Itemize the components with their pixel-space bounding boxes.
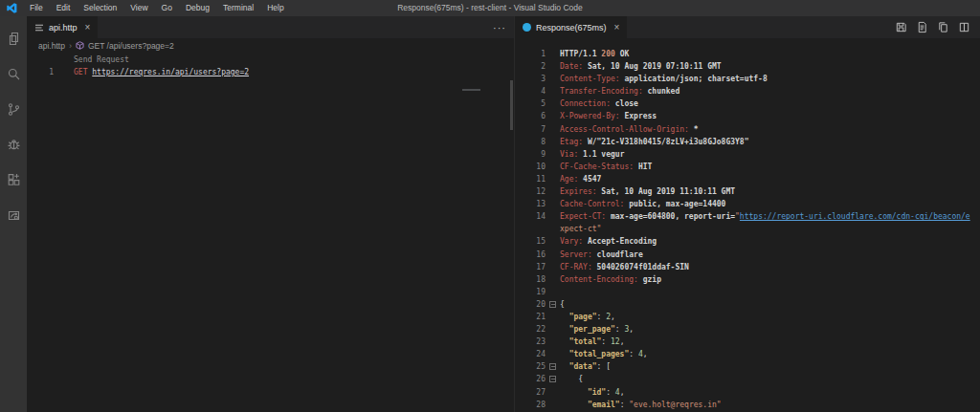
fold-icon[interactable] [546, 360, 560, 373]
split-editor-button[interactable] [958, 21, 970, 33]
line-number: 22 [515, 323, 546, 336]
tab-api-http[interactable]: api.http × [27, 16, 98, 38]
copy-response-button[interactable] [937, 21, 949, 33]
fold-gutter [546, 85, 560, 98]
fold-gutter [546, 136, 560, 148]
minimap [462, 89, 480, 91]
activitybar-search[interactable] [0, 56, 27, 92]
more-actions-icon[interactable]: ··· [493, 22, 506, 33]
line-number: 23 [515, 336, 546, 348]
line-number: 17 [515, 261, 546, 273]
response-line: 18Content-Encoding: gzip [515, 273, 980, 286]
activitybar-source-control[interactable] [0, 92, 27, 127]
response-line: 27 "id": 4, [515, 386, 980, 399]
line-number [515, 223, 546, 235]
response-line: 23 "total": 12, [515, 336, 980, 348]
fold-gutter [546, 323, 560, 336]
menu-file[interactable]: File [23, 0, 50, 16]
save-response-body-button[interactable] [916, 21, 928, 33]
fold-gutter [546, 123, 560, 136]
titlebar: File Edit Selection View Go Debug Termin… [0, 0, 980, 16]
fold-gutter [546, 185, 560, 198]
response-line: 28 "email": "eve.holt@reqres.in" [515, 399, 980, 411]
response-line: 7Access-Control-Allow-Origin: * [515, 123, 980, 136]
response-line: 17CF-RAY: 504026074f01ddaf-SIN [515, 261, 980, 273]
fold-icon[interactable] [546, 298, 560, 311]
menu-edit[interactable]: Edit [50, 0, 78, 16]
line-number: 15 [515, 235, 546, 248]
fold-gutter [546, 223, 560, 235]
request-url[interactable]: https://reqres.in/api/users?page=2 [92, 68, 249, 76]
fold-icon[interactable] [546, 373, 560, 385]
response-line: 15Vary: Accept-Encoding [515, 235, 980, 248]
line-number: 8 [515, 136, 546, 148]
response-line: 11Age: 4547 [515, 173, 980, 185]
response-link[interactable]: https://report-uri.cloudflare.com/cdn-cg… [740, 212, 970, 221]
debug-icon [7, 138, 21, 152]
save-response-button[interactable] [895, 21, 907, 33]
copy-response-icon [937, 21, 949, 33]
response-line: 14Expect-CT: max-age=604800, report-uri=… [515, 210, 980, 223]
fold-gutter [546, 399, 560, 411]
response-line: 10CF-Cache-Status: HIT [515, 161, 980, 173]
breadcrumb-symbol[interactable]: GET /api/users?page=2 [88, 41, 174, 51]
fold-gutter [546, 235, 560, 248]
line-number: 2 [515, 60, 546, 73]
send-request-link[interactable]: Send Request [74, 55, 129, 64]
method-symbol-icon [76, 41, 84, 50]
editor-actions [895, 16, 980, 38]
line-number: 27 [515, 386, 546, 399]
breadcrumb-file[interactable]: api.http [38, 41, 65, 51]
menu-selection[interactable]: Selection [77, 0, 123, 16]
line-number: 14 [515, 210, 546, 223]
activitybar-extensions[interactable] [0, 163, 27, 198]
scrollbar[interactable] [510, 80, 513, 130]
menu-view[interactable]: View [123, 0, 154, 16]
response-line: 5Connection: close [515, 98, 980, 110]
line-number: 20 [515, 298, 546, 311]
line-number: 13 [515, 198, 546, 210]
response-line: 1HTTP/1.1 200 OK [515, 48, 980, 60]
response-line: 20{ [515, 298, 980, 311]
menu-terminal[interactable]: Terminal [216, 0, 260, 16]
line-number: 21 [515, 311, 546, 323]
activitybar-debug[interactable] [0, 127, 27, 163]
tab-response[interactable]: Response(675ms) × [515, 16, 627, 38]
response-line: xpect-ct" [515, 223, 980, 235]
menu-debug[interactable]: Debug [179, 0, 216, 16]
line-number: 18 [515, 273, 546, 286]
line-number: 7 [515, 123, 546, 136]
activitybar-explorer[interactable] [0, 21, 27, 56]
line-number: 12 [515, 185, 546, 198]
http-method: GET [74, 68, 87, 76]
menu-go[interactable]: Go [155, 0, 179, 16]
fold-gutter [546, 148, 560, 161]
response-line: 2Date: Sat, 10 Aug 2019 07:10:11 GMT [515, 60, 980, 73]
line-number: 1 [515, 48, 546, 60]
close-tab-icon[interactable]: × [85, 22, 91, 33]
menu-help[interactable]: Help [260, 0, 290, 16]
line-number: 19 [515, 286, 546, 298]
response-line: 8Etag: W/"21c-V318h0415/8zLV+i3u8GJo8G3Y… [515, 136, 980, 148]
window-title: Response(675ms) - rest-client - Visual S… [397, 0, 583, 16]
explorer-icon [7, 32, 21, 46]
close-tab-icon[interactable]: × [614, 22, 620, 33]
fold-gutter [546, 48, 560, 60]
fold-gutter [546, 73, 560, 85]
extensions-icon [7, 173, 21, 187]
response-line: 21 "page": 2, [515, 311, 980, 323]
fold-gutter [546, 60, 560, 73]
fold-gutter [546, 286, 560, 298]
activity-bar [0, 16, 27, 412]
response-line: 19 [515, 286, 980, 298]
activitybar-rest-client[interactable] [0, 198, 27, 233]
line-number: 9 [515, 148, 546, 161]
response-line: 24 "total_pages": 4, [515, 348, 980, 360]
editor-group-left: api.http × ··· api.http › GET /api/users… [27, 16, 514, 412]
split-editor-icon [958, 21, 970, 33]
response-line: 12Expires: Sat, 10 Aug 2019 11:10:11 GMT [515, 185, 980, 198]
vscode-window: File Edit Selection View Go Debug Termin… [0, 0, 980, 412]
http-file-icon [34, 23, 44, 33]
line-number: 1 [27, 66, 54, 78]
line-number: 10 [515, 161, 546, 173]
